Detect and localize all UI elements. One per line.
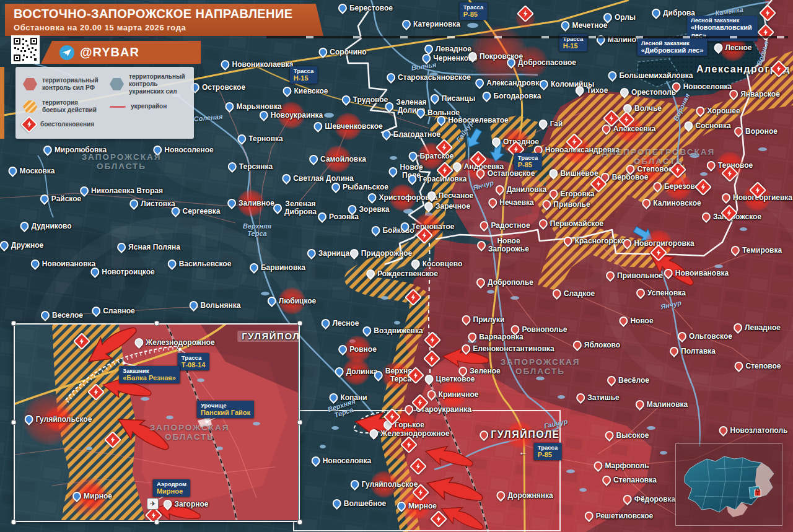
legend-accent-bar bbox=[0, 67, 4, 139]
town-pin bbox=[460, 342, 472, 355]
town: Васильевское bbox=[168, 259, 232, 268]
town: Терноватое bbox=[401, 222, 455, 231]
town-label: Терновка bbox=[248, 135, 283, 143]
town-pin bbox=[475, 276, 487, 289]
town: Покровское bbox=[468, 52, 523, 61]
town-pin bbox=[78, 185, 90, 197]
combat-glow bbox=[615, 115, 642, 142]
town-label: Январское bbox=[740, 90, 780, 98]
town: Новое Поле bbox=[388, 164, 423, 180]
town-label: Бойково bbox=[382, 227, 414, 235]
town: Яблоково bbox=[573, 341, 620, 349]
town-pin bbox=[372, 369, 385, 382]
town: Фёдоровка bbox=[623, 495, 676, 504]
town: ГУЛЯЙПОЛЕ bbox=[480, 429, 560, 440]
town: Новоивановка bbox=[664, 269, 729, 277]
town: Новотроицкое bbox=[90, 268, 154, 276]
left-arrow-icon: ← bbox=[519, 447, 528, 457]
town-pin bbox=[317, 46, 329, 58]
combat-glow bbox=[382, 362, 409, 389]
town-pin bbox=[188, 299, 200, 312]
region-label: ЗАПОРОЖСКАЯ ОБЛАСТЬ bbox=[501, 357, 581, 376]
combat-front-band bbox=[354, 121, 456, 532]
town-label: Первомайское bbox=[550, 220, 603, 228]
town-label: Братское bbox=[420, 152, 454, 160]
town-label: Ясная Поляна bbox=[128, 243, 180, 251]
town: Левадное bbox=[424, 45, 471, 53]
ukraine-locator-minimap bbox=[676, 444, 782, 525]
combat-glow bbox=[335, 113, 362, 140]
road-label-box: ТрассаН-15 bbox=[290, 66, 318, 84]
town: Мечетное bbox=[561, 21, 608, 30]
combat-glow bbox=[743, 184, 771, 211]
town-label: Новое bbox=[630, 317, 653, 325]
town-pin bbox=[537, 217, 550, 230]
town-pin bbox=[348, 247, 361, 259]
town: Степановка bbox=[602, 476, 657, 484]
town: Калиновское bbox=[642, 199, 701, 207]
town: Новоселовка bbox=[312, 456, 372, 465]
combat-glow bbox=[636, 155, 663, 183]
town: Славное bbox=[92, 307, 135, 315]
town: Большемихайловка bbox=[608, 71, 693, 80]
town-pin bbox=[407, 150, 419, 162]
town-pin bbox=[361, 325, 373, 337]
town-label: Весёлое bbox=[618, 377, 649, 385]
town-label: Веселое bbox=[52, 312, 83, 320]
town-label: Новое Запорожье bbox=[488, 237, 529, 253]
clash-icon bbox=[590, 175, 607, 193]
town-pin bbox=[420, 52, 432, 64]
town-pin bbox=[330, 181, 342, 193]
town: Дорожнянка bbox=[496, 491, 553, 500]
town: Придорожное bbox=[350, 249, 413, 258]
town: Вольное bbox=[416, 108, 460, 117]
combat-glow bbox=[278, 102, 305, 129]
town-label: Лесное bbox=[725, 44, 752, 52]
river-label: Янчур bbox=[660, 299, 682, 311]
qr-code bbox=[11, 35, 40, 64]
town-pin bbox=[532, 144, 545, 156]
town-label: Миролюбовка bbox=[55, 146, 107, 154]
town-label: Новоскелеватое bbox=[448, 116, 509, 124]
town: Январское bbox=[729, 90, 780, 98]
town: Новое Запорожье bbox=[477, 237, 529, 253]
town: Новоалександровка bbox=[534, 146, 620, 154]
combat-glow bbox=[636, 155, 663, 183]
town-pin bbox=[435, 114, 447, 126]
town-pin bbox=[694, 105, 707, 117]
town-pin bbox=[700, 211, 712, 223]
town: Марьяновка bbox=[225, 102, 281, 111]
town-pin bbox=[403, 403, 415, 416]
telegram-badge[interactable]: @RYBAR bbox=[41, 41, 201, 64]
town-label: Воздвижевка bbox=[374, 327, 423, 335]
town-pin bbox=[712, 41, 725, 54]
airfield-icon: ✈ bbox=[147, 498, 159, 510]
town-label: Цветковое bbox=[436, 375, 475, 383]
town-pin bbox=[467, 50, 479, 63]
clash-icon bbox=[400, 436, 418, 453]
town-pin bbox=[224, 100, 236, 113]
town-pin bbox=[604, 269, 616, 282]
town-label: Зоревка bbox=[359, 206, 390, 214]
town: Заречное bbox=[424, 202, 470, 211]
town: Косовцево bbox=[411, 259, 462, 268]
legend-label: территориальный контроль сил РФ bbox=[42, 77, 101, 92]
town: Листовка bbox=[129, 199, 175, 208]
clash-icon bbox=[430, 510, 447, 528]
town-label: Покровское bbox=[480, 53, 523, 61]
combat-glow bbox=[743, 184, 771, 211]
town-label: Александровка bbox=[486, 79, 543, 87]
town-pin bbox=[29, 258, 42, 270]
town: Московка bbox=[8, 167, 55, 175]
frame-corner-dot bbox=[297, 321, 303, 326]
town: Шевченковское bbox=[313, 122, 382, 131]
town-pin bbox=[382, 419, 394, 431]
town: Сергеевка bbox=[171, 207, 220, 216]
town-label: Старокасьяновское bbox=[398, 74, 471, 82]
town-pin bbox=[676, 330, 688, 342]
town-pin bbox=[732, 321, 744, 334]
town-label: Новотроицкое bbox=[102, 268, 154, 276]
town-pin bbox=[600, 474, 613, 486]
clash-icon bbox=[383, 408, 401, 425]
town: Верхняя Терса bbox=[374, 367, 416, 383]
